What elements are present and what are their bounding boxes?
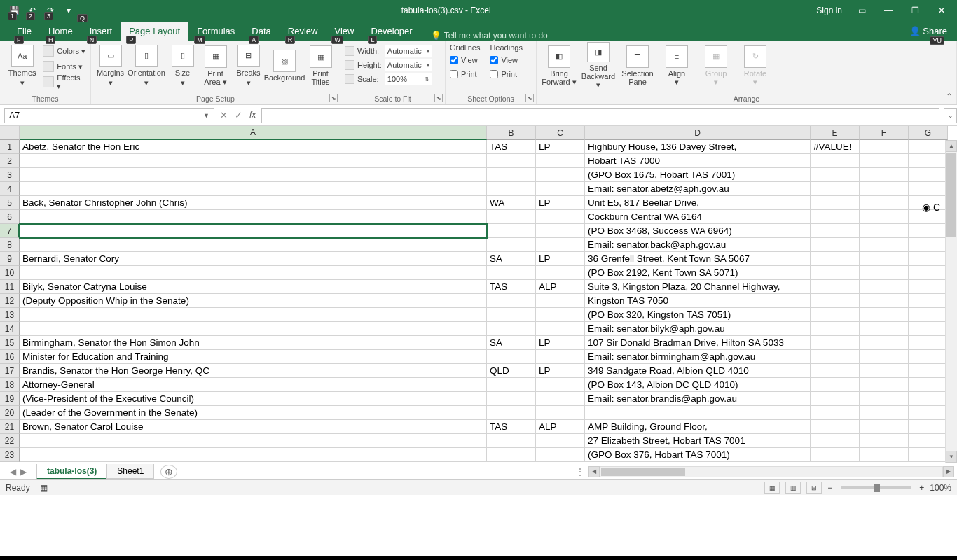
row-head-9[interactable]: 9	[0, 252, 20, 266]
cell-F18[interactable]	[860, 378, 909, 392]
cell-C18[interactable]	[536, 378, 585, 392]
cell-E2[interactable]	[811, 154, 860, 168]
zoom-level[interactable]: 100%	[930, 483, 951, 493]
cell-A2[interactable]	[20, 154, 487, 168]
row-head-18[interactable]: 18	[0, 378, 20, 392]
cell-G10[interactable]	[909, 266, 948, 280]
scroll-down-icon[interactable]: ▼	[946, 451, 957, 463]
cell-F15[interactable]	[860, 336, 909, 350]
cell-C15[interactable]: LP	[536, 336, 585, 350]
row-head-8[interactable]: 8	[0, 238, 20, 252]
cell-B21[interactable]: TAS	[487, 420, 536, 434]
cell-G20[interactable]	[909, 406, 948, 420]
zoom-in-button[interactable]: +	[919, 483, 924, 493]
cell-D16[interactable]: Email: senator.birmingham@aph.gov.au	[585, 350, 811, 364]
cell-A10[interactable]	[20, 266, 487, 280]
cell-B9[interactable]: SA	[487, 252, 536, 266]
cell-G4[interactable]	[909, 182, 948, 196]
cell-D3[interactable]: (GPO Box 1675, Hobart TAS 7001)	[585, 168, 811, 182]
col-head-E[interactable]: E	[811, 126, 860, 140]
cell-G2[interactable]	[909, 154, 948, 168]
margins-button[interactable]: ▭Margins▾	[95, 42, 125, 90]
page-break-view-button[interactable]: ⊟	[806, 482, 822, 494]
cell-D11[interactable]: Suite 3, Kingston Plaza, 20 Channel High…	[585, 280, 811, 294]
cell-G7[interactable]	[909, 224, 948, 238]
cell-C9[interactable]: LP	[536, 252, 585, 266]
cell-B11[interactable]: TAS	[487, 280, 536, 294]
cell-B5[interactable]: WA	[487, 196, 536, 210]
cell-G1[interactable]	[909, 140, 948, 154]
cell-A5[interactable]: Back, Senator Christopher John (Chris)	[20, 196, 487, 210]
cell-F5[interactable]	[860, 196, 909, 210]
scroll-right-icon[interactable]: ▶	[943, 466, 954, 477]
cell-D10[interactable]: (PO Box 2192, Kent Town SA 5071)	[585, 266, 811, 280]
cell-A7[interactable]	[20, 224, 487, 238]
height-combo[interactable]: Automatic▾	[385, 59, 432, 71]
cell-A19[interactable]: (Vice-President of the Executive Council…	[20, 392, 487, 406]
row-head-17[interactable]: 17	[0, 364, 20, 378]
cell-G19[interactable]	[909, 392, 948, 406]
send-backward-button[interactable]: ◨Send Backward ▾	[580, 42, 617, 90]
cell-D9[interactable]: 36 Grenfell Street, Kent Town SA 5067	[585, 252, 811, 266]
cell-A22[interactable]	[20, 434, 487, 448]
cell-F20[interactable]	[860, 406, 909, 420]
cell-C8[interactable]	[536, 238, 585, 252]
horizontal-scrollbar[interactable]	[600, 466, 943, 477]
cell-C19[interactable]	[536, 392, 585, 406]
tab-review[interactable]: ReviewR	[280, 22, 326, 41]
minimize-button[interactable]: —	[881, 4, 895, 18]
rotate-button[interactable]: ↻Rotate ▾	[737, 42, 773, 90]
cell-D20[interactable]	[585, 406, 811, 420]
col-head-F[interactable]: F	[860, 126, 909, 140]
cell-B22[interactable]	[487, 434, 536, 448]
tell-me-search[interactable]: 💡 Tell me what you want to doQ	[421, 31, 548, 41]
cell-B6[interactable]	[487, 210, 536, 224]
cell-D6[interactable]: Cockburn Central WA 6164	[585, 210, 811, 224]
tab-home[interactable]: HomeH	[40, 22, 81, 41]
row-head-20[interactable]: 20	[0, 406, 20, 420]
zoom-slider[interactable]	[841, 486, 911, 489]
cell-B15[interactable]: SA	[487, 336, 536, 350]
zoom-out-button[interactable]: −	[827, 483, 832, 493]
cell-F1[interactable]	[860, 140, 909, 154]
cell-A18[interactable]: Attorney-General	[20, 378, 487, 392]
formula-input[interactable]	[261, 108, 939, 123]
col-head-B[interactable]: B	[487, 126, 536, 140]
cell-E11[interactable]	[811, 280, 860, 294]
cell-E13[interactable]	[811, 308, 860, 322]
size-button[interactable]: ▯Size▾	[167, 42, 198, 90]
cell-F11[interactable]	[860, 280, 909, 294]
cell-E20[interactable]	[811, 406, 860, 420]
cell-F6[interactable]	[860, 210, 909, 224]
cell-E14[interactable]	[811, 322, 860, 336]
cell-A6[interactable]	[20, 210, 487, 224]
colors-button[interactable]: Colors ▾	[43, 44, 86, 58]
cell-C16[interactable]	[536, 350, 585, 364]
collapse-ribbon-icon[interactable]: ⌃	[946, 92, 953, 102]
cell-A3[interactable]	[20, 168, 487, 182]
row-head-15[interactable]: 15	[0, 336, 20, 350]
cell-A14[interactable]	[20, 322, 487, 336]
cell-C7[interactable]	[536, 224, 585, 238]
add-sheet-button[interactable]: ⊕	[160, 465, 177, 479]
cell-C1[interactable]: LP	[536, 140, 585, 154]
cell-A12[interactable]: (Deputy Opposition Whip in the Senate)	[20, 294, 487, 308]
print-titles-button[interactable]: ▦Print Titles	[305, 42, 336, 90]
row-head-1[interactable]: 1	[0, 140, 20, 154]
cell-E9[interactable]	[811, 252, 860, 266]
row-head-4[interactable]: 4	[0, 182, 20, 196]
cell-B2[interactable]	[487, 154, 536, 168]
sign-in-link[interactable]: Sign in	[816, 6, 842, 15]
cell-E18[interactable]	[811, 378, 860, 392]
cell-F4[interactable]	[860, 182, 909, 196]
cell-C14[interactable]	[536, 322, 585, 336]
cell-F3[interactable]	[860, 168, 909, 182]
cell-D14[interactable]: Email: senator.bilyk@aph.gov.au	[585, 322, 811, 336]
group-button[interactable]: ▦Group ▾	[698, 42, 734, 90]
macro-record-icon[interactable]: ▦	[40, 483, 48, 493]
cell-C12[interactable]	[536, 294, 585, 308]
fonts-button[interactable]: Fonts ▾	[43, 59, 86, 74]
cell-G8[interactable]	[909, 238, 948, 252]
cell-E8[interactable]	[811, 238, 860, 252]
cell-A17[interactable]: Brandis, Senator the Hon George Henry, Q…	[20, 364, 487, 378]
